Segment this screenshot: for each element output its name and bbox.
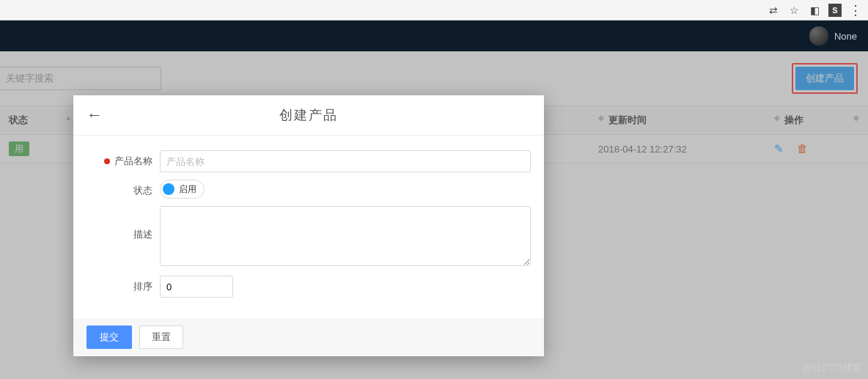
description-textarea[interactable] — [160, 206, 531, 266]
modal-footer: 提交 重置 — [73, 318, 544, 356]
back-icon[interactable]: ← — [87, 106, 104, 125]
toggle-dot-icon — [163, 183, 174, 195]
sort-label: 排序 — [87, 276, 160, 293]
status-label: 状态 — [87, 180, 160, 197]
username-label[interactable]: None — [834, 31, 857, 42]
s-badge-icon[interactable]: S — [828, 4, 842, 17]
app-navbar: None — [0, 21, 868, 51]
desc-label: 描述 — [87, 206, 160, 241]
toggle-label: 启用 — [179, 183, 196, 196]
modal-body: 产品名称 状态 启用 描述 排序 — [73, 136, 544, 318]
extension-icon[interactable]: ◧ — [808, 4, 821, 17]
modal-title: 创建产品 — [104, 106, 531, 124]
required-dot-icon — [104, 158, 110, 164]
translate-icon[interactable]: ⇄ — [767, 4, 780, 17]
modal-header: ← 创建产品 — [73, 95, 544, 136]
browser-toolbar: ⇄ ☆ ◧ S ⋮ — [0, 0, 868, 21]
product-name-input[interactable] — [160, 150, 531, 172]
sort-input[interactable] — [160, 276, 233, 298]
name-label: 产品名称 — [87, 150, 160, 168]
submit-button[interactable]: 提交 — [87, 325, 132, 349]
reset-button[interactable]: 重置 — [139, 325, 183, 349]
create-product-modal: ← 创建产品 产品名称 状态 启用 描述 排序 — [73, 95, 544, 356]
watermark: @51CTO博客 — [801, 361, 861, 375]
status-toggle[interactable]: 启用 — [160, 180, 205, 199]
avatar[interactable] — [809, 26, 828, 45]
more-icon[interactable]: ⋮ — [849, 4, 862, 17]
star-icon[interactable]: ☆ — [787, 4, 801, 17]
